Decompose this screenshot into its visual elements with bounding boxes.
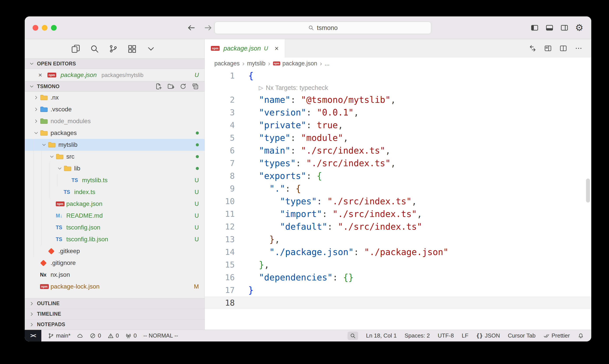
code-line-6[interactable]: 6 "main": "./src/index.ts",	[205, 144, 591, 157]
close-icon[interactable]: ×	[38, 71, 44, 79]
panel-bottom-icon[interactable]	[545, 24, 554, 32]
code-line-5[interactable]: 5 "type": "module",	[205, 131, 591, 144]
tree-item-mytslib[interactable]: mytslib	[25, 139, 205, 151]
indent-guide	[41, 174, 49, 186]
code-line-12[interactable]: 12 "default": "./src/index.ts"	[205, 220, 591, 233]
code-line-1[interactable]: 1{	[205, 69, 591, 82]
code-line-18[interactable]: 18	[205, 296, 591, 309]
split-editor-icon[interactable]	[559, 44, 567, 52]
breadcrumb-item[interactable]: ...	[325, 60, 330, 67]
tree-item-lib[interactable]: lib	[25, 163, 205, 174]
tree-item-mytslib.ts[interactable]: TSmytslib.tsU	[25, 174, 205, 186]
panel-section-timeline[interactable]: TIMELINE	[25, 309, 205, 319]
tree-item-node_modules[interactable]: node_modules	[25, 115, 205, 127]
panel-section-notepads[interactable]: NOTEPADS	[25, 319, 205, 330]
status-item[interactable]: {}JSON	[476, 332, 500, 339]
close-window-button[interactable]	[33, 25, 38, 31]
status-item[interactable]: 0	[90, 332, 101, 339]
settings-gear-icon[interactable]: ⚙	[575, 23, 583, 32]
new-file-icon[interactable]	[155, 83, 162, 90]
explorer-header[interactable]: TSMONO	[25, 81, 205, 92]
open-editor-filename: package.json	[61, 72, 97, 78]
open-editor-item[interactable]: ×npmpackage.jsonpackages/mytslibU	[25, 69, 205, 81]
tree-item-tsconfig.json[interactable]: TStsconfig.jsonU	[25, 221, 205, 234]
new-folder-icon[interactable]	[167, 83, 174, 90]
refresh-icon[interactable]	[180, 83, 187, 90]
code-editor[interactable]: 1{▷Nx Targets: typecheck2 "name": "@tsmo…	[205, 69, 591, 330]
code-line-14[interactable]: 14 "./package.json": "./package.json"	[205, 246, 591, 258]
code-line-16[interactable]: 16 "dependencies": {}	[205, 271, 591, 284]
breadcrumb-item[interactable]: npmpackage.json	[273, 60, 317, 67]
open-editors-header[interactable]: OPEN EDITORS	[25, 58, 205, 69]
code-line-10[interactable]: 10 "types": "./src/index.ts",	[205, 195, 591, 208]
chevron-right-icon	[29, 301, 35, 306]
open-preview-icon[interactable]	[544, 44, 552, 52]
panel-right-icon[interactable]	[560, 24, 569, 32]
code-line-11[interactable]: 11 "import": "./src/index.ts",	[205, 208, 591, 220]
activity-extensions-icon[interactable]	[128, 44, 137, 53]
tree-item-.gitignore[interactable]: .gitignore	[25, 257, 205, 269]
panel-section-outline[interactable]: OUTLINE	[25, 298, 205, 309]
tree-item-package-lock.json[interactable]: npmpackage-lock.jsonM	[25, 281, 205, 292]
tree-item-nx.json[interactable]: Nxnx.json	[25, 269, 205, 281]
breadcrumb-item[interactable]: packages	[214, 60, 240, 67]
command-center-search[interactable]: tsmono	[215, 22, 431, 34]
tree-item-packages[interactable]: packages	[25, 127, 205, 139]
status-item[interactable]: Cursor Tab	[508, 332, 536, 339]
code-line-2[interactable]: 2 "name": "@tsmono/mytslib",	[205, 93, 591, 106]
code-line-3[interactable]: 3 "version": "0.0.1",	[205, 106, 591, 119]
tree-item-.vscode[interactable]: .vscode	[25, 104, 205, 115]
code-line-7[interactable]: 7 "types": "./src/index.ts",	[205, 157, 591, 169]
remote-indicator[interactable]: ><	[25, 330, 41, 341]
code-line-15[interactable]: 15 },	[205, 258, 591, 271]
tree-item-index.ts[interactable]: TSindex.tsU	[25, 186, 205, 198]
close-tab-icon[interactable]: ×	[274, 44, 279, 52]
status-item[interactable]	[77, 333, 83, 339]
status-item[interactable]: -- NORMAL --	[143, 332, 178, 339]
tab-package-json[interactable]: npm package.json U ×	[205, 39, 285, 58]
code-line-9[interactable]: 9 ".": {	[205, 182, 591, 195]
minimize-window-button[interactable]	[42, 25, 48, 31]
tree-item-src[interactable]: src	[25, 151, 205, 163]
tree-item-.gitkeep[interactable]: .gitkeep	[25, 245, 205, 257]
activity-explorer-icon[interactable]	[71, 44, 80, 53]
status-item[interactable]	[578, 333, 584, 339]
tree-item-README.md[interactable]: M↓README.mdU	[25, 210, 205, 221]
bell-icon	[578, 333, 584, 339]
code-line-8[interactable]: 8 "exports": {	[205, 169, 591, 182]
status-item[interactable]: 0	[108, 332, 119, 339]
tree-item-.nx[interactable]: .nx	[25, 92, 205, 104]
panel-left-icon[interactable]	[531, 24, 539, 32]
status-item[interactable]: UTF-8	[438, 332, 454, 339]
breadcrumb-item[interactable]: mytslib	[247, 60, 266, 67]
maximize-window-button[interactable]	[51, 25, 57, 31]
activity-chevron-down-icon[interactable]	[146, 44, 155, 53]
code-line-13[interactable]: 13 },	[205, 233, 591, 246]
status-label: 0	[133, 332, 137, 339]
compare-changes-icon[interactable]	[529, 44, 537, 52]
status-item[interactable]: LF	[462, 332, 468, 339]
codelens-nx-targets[interactable]: ▷Nx Targets: typecheck	[205, 82, 591, 93]
tree-item-tsconfig.lib.json[interactable]: TStsconfig.lib.jsonU	[25, 234, 205, 245]
code-line-17[interactable]: 17}	[205, 284, 591, 296]
status-item[interactable]: Ln 18, Col 1	[366, 332, 397, 339]
activity-search-icon[interactable]	[90, 44, 99, 53]
collapse-all-icon[interactable]	[192, 83, 199, 90]
status-item[interactable]	[348, 332, 358, 340]
status-item[interactable]: main*	[48, 332, 70, 339]
forward-button[interactable]	[204, 23, 212, 32]
more-actions-icon[interactable]	[575, 44, 583, 52]
code-line-4[interactable]: 4 "private": true,	[205, 119, 591, 131]
back-button[interactable]	[187, 23, 196, 32]
activity-source-control-icon[interactable]	[109, 44, 118, 53]
tree-item-label: index.ts	[74, 189, 95, 195]
status-item[interactable]: Spaces: 2	[404, 332, 430, 339]
status-item[interactable]: 0	[125, 332, 137, 339]
status-label: Cursor Tab	[508, 332, 536, 339]
code-text: "version": "0.0.1",	[235, 107, 359, 117]
editor-scrollbar[interactable]	[586, 179, 590, 203]
tree-item-package.json[interactable]: npmpackage.jsonU	[25, 198, 205, 210]
git-status-badge: U	[195, 201, 199, 207]
tree-item-label: .vscode	[51, 106, 72, 113]
status-item[interactable]: Prettier	[543, 332, 570, 339]
